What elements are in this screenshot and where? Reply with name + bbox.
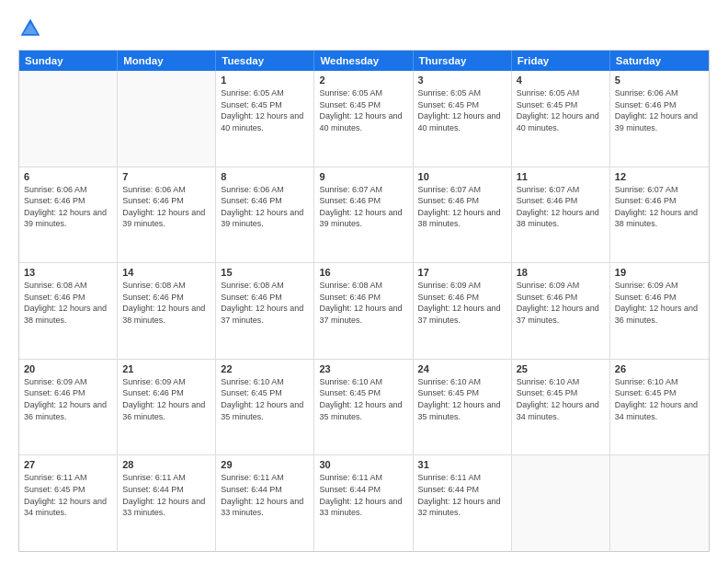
calendar-cell: 13Sunrise: 6:08 AMSunset: 6:46 PMDayligh…	[19, 263, 118, 359]
calendar-cell: 1Sunrise: 6:05 AMSunset: 6:45 PMDaylight…	[216, 71, 314, 167]
cell-info: Sunrise: 6:09 AMSunset: 6:46 PMDaylight:…	[418, 280, 506, 326]
cell-info: Sunrise: 6:05 AMSunset: 6:45 PMDaylight:…	[517, 87, 605, 133]
day-number: 26	[615, 363, 704, 374]
calendar-cell: 29Sunrise: 6:11 AMSunset: 6:44 PMDayligh…	[216, 455, 314, 551]
day-number: 31	[418, 459, 506, 470]
day-number: 8	[221, 171, 309, 182]
cell-info: Sunrise: 6:10 AMSunset: 6:45 PMDaylight:…	[418, 376, 506, 422]
day-number: 24	[418, 363, 506, 374]
calendar-cell: 10Sunrise: 6:07 AMSunset: 6:46 PMDayligh…	[414, 167, 512, 263]
calendar-row: 6Sunrise: 6:06 AMSunset: 6:46 PMDaylight…	[19, 167, 709, 264]
calendar-cell	[19, 71, 118, 167]
calendar-cell: 14Sunrise: 6:08 AMSunset: 6:46 PMDayligh…	[118, 263, 216, 359]
cell-info: Sunrise: 6:05 AMSunset: 6:45 PMDaylight:…	[319, 87, 407, 133]
page: SundayMondayTuesdayWednesdayThursdayFrid…	[0, 0, 728, 563]
day-number: 15	[221, 267, 309, 278]
cell-info: Sunrise: 6:11 AMSunset: 6:44 PMDaylight:…	[418, 472, 506, 518]
cell-info: Sunrise: 6:07 AMSunset: 6:46 PMDaylight:…	[615, 184, 704, 230]
calendar-cell: 2Sunrise: 6:05 AMSunset: 6:45 PMDaylight…	[314, 71, 413, 167]
calendar-cell: 18Sunrise: 6:09 AMSunset: 6:46 PMDayligh…	[512, 263, 610, 359]
calendar-cell: 3Sunrise: 6:05 AMSunset: 6:45 PMDaylight…	[414, 71, 512, 167]
logo	[18, 17, 46, 40]
cell-info: Sunrise: 6:11 AMSunset: 6:44 PMDaylight:…	[319, 472, 407, 518]
calendar-cell: 20Sunrise: 6:09 AMSunset: 6:46 PMDayligh…	[19, 360, 118, 455]
day-number: 19	[615, 267, 704, 278]
cell-info: Sunrise: 6:09 AMSunset: 6:46 PMDaylight:…	[122, 376, 210, 422]
calendar-cell	[118, 71, 216, 167]
calendar-cell: 31Sunrise: 6:11 AMSunset: 6:44 PMDayligh…	[414, 455, 512, 551]
calendar-header-cell: Tuesday	[216, 51, 314, 71]
day-number: 18	[517, 267, 605, 278]
cell-info: Sunrise: 6:10 AMSunset: 6:45 PMDaylight:…	[319, 376, 407, 422]
calendar-row: 1Sunrise: 6:05 AMSunset: 6:45 PMDaylight…	[19, 71, 709, 167]
calendar-cell: 21Sunrise: 6:09 AMSunset: 6:46 PMDayligh…	[118, 360, 216, 455]
calendar-cell: 26Sunrise: 6:10 AMSunset: 6:45 PMDayligh…	[610, 360, 709, 455]
day-number: 16	[319, 267, 407, 278]
cell-info: Sunrise: 6:10 AMSunset: 6:45 PMDaylight:…	[221, 376, 309, 422]
cell-info: Sunrise: 6:09 AMSunset: 6:46 PMDaylight:…	[24, 376, 112, 422]
day-number: 7	[122, 171, 210, 182]
header	[18, 17, 710, 40]
calendar-header-cell: Thursday	[414, 51, 512, 71]
day-number: 20	[24, 363, 112, 374]
calendar-body: 1Sunrise: 6:05 AMSunset: 6:45 PMDaylight…	[19, 71, 709, 551]
calendar-cell: 22Sunrise: 6:10 AMSunset: 6:45 PMDayligh…	[216, 360, 314, 455]
cell-info: Sunrise: 6:09 AMSunset: 6:46 PMDaylight:…	[615, 280, 704, 326]
calendar-header-cell: Wednesday	[314, 51, 413, 71]
cell-info: Sunrise: 6:10 AMSunset: 6:45 PMDaylight:…	[615, 376, 704, 422]
calendar-header-cell: Friday	[512, 51, 610, 71]
cell-info: Sunrise: 6:08 AMSunset: 6:46 PMDaylight:…	[319, 280, 407, 326]
cell-info: Sunrise: 6:08 AMSunset: 6:46 PMDaylight:…	[221, 280, 309, 326]
calendar-cell: 8Sunrise: 6:06 AMSunset: 6:46 PMDaylight…	[216, 167, 314, 263]
calendar-cell: 24Sunrise: 6:10 AMSunset: 6:45 PMDayligh…	[414, 360, 512, 455]
cell-info: Sunrise: 6:07 AMSunset: 6:46 PMDaylight:…	[418, 184, 506, 230]
day-number: 14	[122, 267, 210, 278]
day-number: 1	[221, 75, 309, 86]
calendar-cell: 27Sunrise: 6:11 AMSunset: 6:45 PMDayligh…	[19, 455, 118, 551]
cell-info: Sunrise: 6:06 AMSunset: 6:46 PMDaylight:…	[615, 87, 704, 133]
cell-info: Sunrise: 6:05 AMSunset: 6:45 PMDaylight:…	[221, 87, 309, 133]
calendar-cell: 11Sunrise: 6:07 AMSunset: 6:46 PMDayligh…	[512, 167, 610, 263]
calendar-header-cell: Sunday	[19, 51, 118, 71]
calendar-header: SundayMondayTuesdayWednesdayThursdayFrid…	[19, 51, 709, 71]
cell-info: Sunrise: 6:06 AMSunset: 6:46 PMDaylight:…	[24, 184, 112, 230]
cell-info: Sunrise: 6:10 AMSunset: 6:45 PMDaylight:…	[517, 376, 605, 422]
day-number: 3	[418, 75, 506, 86]
cell-info: Sunrise: 6:08 AMSunset: 6:46 PMDaylight:…	[24, 280, 112, 326]
cell-info: Sunrise: 6:11 AMSunset: 6:44 PMDaylight:…	[221, 472, 309, 518]
day-number: 23	[319, 363, 407, 374]
calendar-cell: 7Sunrise: 6:06 AMSunset: 6:46 PMDaylight…	[118, 167, 216, 263]
calendar-cell: 19Sunrise: 6:09 AMSunset: 6:46 PMDayligh…	[610, 263, 709, 359]
calendar-cell: 30Sunrise: 6:11 AMSunset: 6:44 PMDayligh…	[314, 455, 413, 551]
day-number: 10	[418, 171, 506, 182]
day-number: 5	[615, 75, 704, 86]
calendar-row: 20Sunrise: 6:09 AMSunset: 6:46 PMDayligh…	[19, 360, 709, 456]
calendar-cell: 28Sunrise: 6:11 AMSunset: 6:44 PMDayligh…	[118, 455, 216, 551]
day-number: 9	[319, 171, 407, 182]
cell-info: Sunrise: 6:06 AMSunset: 6:46 PMDaylight:…	[122, 184, 210, 230]
day-number: 30	[319, 459, 407, 470]
cell-info: Sunrise: 6:11 AMSunset: 6:45 PMDaylight:…	[24, 472, 112, 518]
day-number: 29	[221, 459, 309, 470]
calendar-row: 27Sunrise: 6:11 AMSunset: 6:45 PMDayligh…	[19, 455, 709, 551]
day-number: 12	[615, 171, 704, 182]
day-number: 21	[122, 363, 210, 374]
day-number: 11	[517, 171, 605, 182]
calendar-cell: 16Sunrise: 6:08 AMSunset: 6:46 PMDayligh…	[314, 263, 413, 359]
calendar-header-cell: Monday	[118, 51, 216, 71]
calendar-row: 13Sunrise: 6:08 AMSunset: 6:46 PMDayligh…	[19, 263, 709, 360]
day-number: 2	[319, 75, 407, 86]
calendar-header-cell: Saturday	[610, 51, 709, 71]
day-number: 22	[221, 363, 309, 374]
calendar-cell: 9Sunrise: 6:07 AMSunset: 6:46 PMDaylight…	[314, 167, 413, 263]
day-number: 28	[122, 459, 210, 470]
day-number: 27	[24, 459, 112, 470]
logo-icon	[18, 17, 42, 40]
day-number: 17	[418, 267, 506, 278]
cell-info: Sunrise: 6:06 AMSunset: 6:46 PMDaylight:…	[221, 184, 309, 230]
cell-info: Sunrise: 6:11 AMSunset: 6:44 PMDaylight:…	[122, 472, 210, 518]
day-number: 4	[517, 75, 605, 86]
calendar: SundayMondayTuesdayWednesdayThursdayFrid…	[18, 50, 710, 552]
calendar-cell	[610, 455, 709, 551]
calendar-cell: 4Sunrise: 6:05 AMSunset: 6:45 PMDaylight…	[512, 71, 610, 167]
